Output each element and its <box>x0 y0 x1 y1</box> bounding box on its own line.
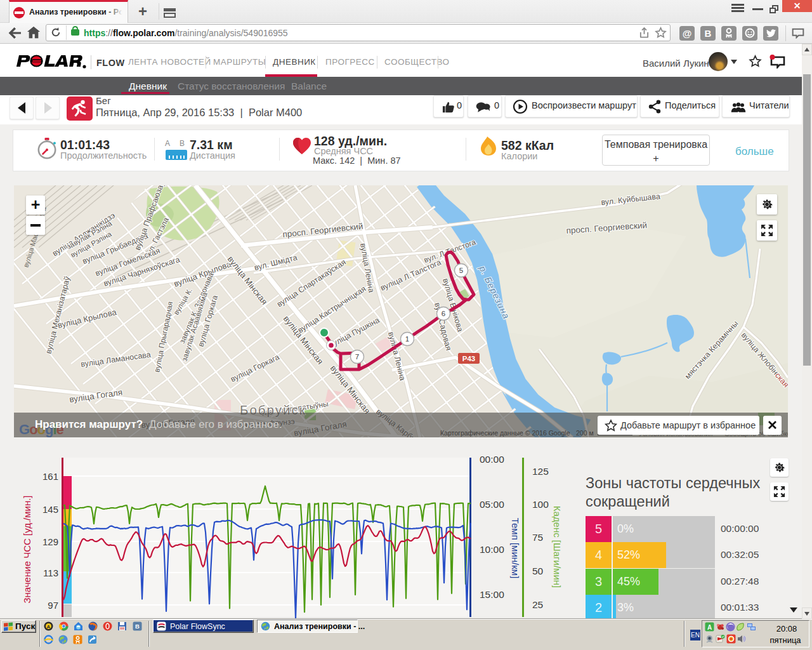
svg-text:5: 5 <box>459 267 463 274</box>
svg-text:1: 1 <box>405 335 409 343</box>
svg-text:7: 7 <box>355 353 359 361</box>
svg-text:A: A <box>47 624 51 630</box>
svg-text:6: 6 <box>442 310 445 317</box>
svg-text:B: B <box>135 623 140 630</box>
svg-text:A: A <box>707 624 712 631</box>
svg-text:P43: P43 <box>462 355 475 362</box>
